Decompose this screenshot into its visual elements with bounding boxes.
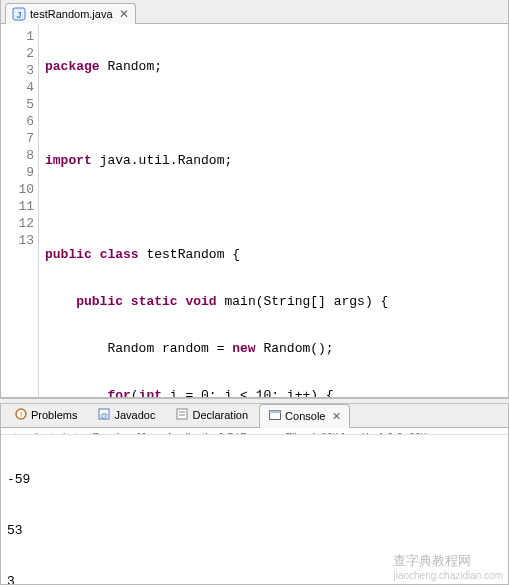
line-number: 13 [1, 232, 34, 249]
code-line: import java.util.Random; [45, 152, 508, 169]
code-line [45, 105, 508, 122]
line-number: 1 [1, 28, 34, 45]
svg-text:@: @ [100, 411, 108, 420]
editor-tab-label: testRandom.java [30, 8, 113, 20]
line-number: 8 [1, 147, 34, 164]
close-icon[interactable]: ✕ [332, 410, 341, 423]
line-number: 9 [1, 164, 34, 181]
tab-label: Problems [31, 409, 77, 421]
console-output[interactable]: -59 53 3 -44 -97 96 47 2 -6 36 [1, 435, 508, 585]
svg-rect-10 [270, 411, 281, 414]
line-number: 3 [1, 62, 34, 79]
line-number: 4 [1, 79, 34, 96]
javadoc-icon: @ [97, 407, 111, 423]
line-number: 6 [1, 113, 34, 130]
line-number: 10 [1, 181, 34, 198]
view-tab-bar: ! Problems @ Javadoc Declaration Console… [1, 404, 508, 428]
code-line: Random random = new Random(); [45, 340, 508, 357]
console-icon [268, 408, 282, 424]
svg-rect-6 [177, 409, 187, 419]
tab-label: Declaration [192, 409, 248, 421]
code-line: public static void main(String[] args) { [45, 293, 508, 310]
tab-javadoc[interactable]: @ Javadoc [88, 404, 164, 427]
problems-icon: ! [14, 407, 28, 423]
console-line: -59 [7, 471, 502, 488]
declaration-icon [175, 407, 189, 423]
line-number: 12 [1, 215, 34, 232]
console-line: 3 [7, 573, 502, 585]
line-number: 2 [1, 45, 34, 62]
console-line: 53 [7, 522, 502, 539]
close-icon[interactable]: ✕ [119, 7, 129, 21]
tab-console[interactable]: Console ✕ [259, 404, 350, 428]
code-line [45, 199, 508, 216]
tab-declaration[interactable]: Declaration [166, 404, 257, 427]
editor-tab-bar: J testRandom.java ✕ [1, 0, 508, 24]
java-file-icon: J [12, 7, 26, 21]
line-gutter: 1 2 3 4 5 6 7 8 9 10 11 12 13 [1, 24, 39, 397]
tab-problems[interactable]: ! Problems [5, 404, 86, 427]
code-line: package Random; [45, 58, 508, 75]
code-area[interactable]: 1 2 3 4 5 6 7 8 9 10 11 12 13 package Ra… [1, 24, 508, 397]
bottom-panel: ! Problems @ Javadoc Declaration Console… [0, 404, 509, 585]
svg-text:J: J [16, 10, 21, 20]
code-content[interactable]: package Random; import java.util.Random;… [39, 24, 508, 397]
tab-label: Javadoc [114, 409, 155, 421]
line-number: 5 [1, 96, 34, 113]
line-number: 7 [1, 130, 34, 147]
code-line: for(int i = 0; i < 10; i++) { [45, 387, 508, 397]
editor-panel: J testRandom.java ✕ 1 2 3 4 5 6 7 8 9 10… [0, 0, 509, 398]
console-process-label: <terminated> testRandom [Java Applicatio… [1, 428, 508, 435]
code-line: public class testRandom { [45, 246, 508, 263]
line-number: 11 [1, 198, 34, 215]
tab-label: Console [285, 410, 325, 422]
svg-text:!: ! [20, 410, 22, 419]
editor-tab-testrandom[interactable]: J testRandom.java ✕ [5, 3, 136, 24]
